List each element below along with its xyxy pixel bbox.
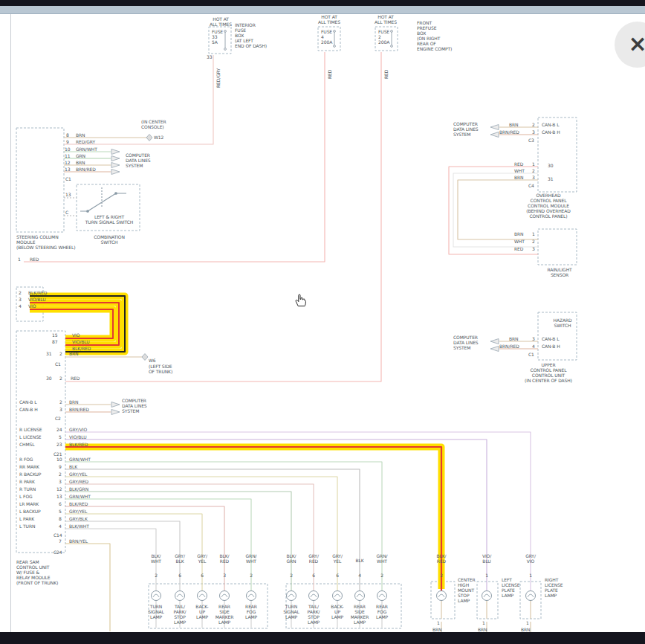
wire-label: VIO — [28, 303, 36, 309]
hot-at-all-times: HOT AT ALL TIMES — [371, 14, 401, 25]
lamp-label: CENTER HIGH MOUNT STOP LAMP — [458, 577, 476, 603]
pin: 12 — [56, 486, 62, 492]
wire-label: RED/GRY — [215, 68, 221, 88]
pin: 10 — [56, 457, 62, 462]
pin: 8 — [66, 132, 69, 138]
wire-label: VIO — [72, 332, 80, 338]
wire-label: BRN/RED — [76, 167, 96, 172]
sam-output: R BACKUP — [19, 471, 41, 477]
window-bottom-bar — [0, 632, 645, 644]
pin: 23 — [56, 442, 62, 447]
wire-label: WHT — [514, 168, 525, 173]
wire-label: BRN — [514, 231, 523, 236]
wire-label: WHT — [514, 239, 525, 244]
wire-label: GRY/BLK — [69, 516, 88, 521]
overhead-module-label: OVERHEAD CONTROL PANEL CONTROL MODULE (B… — [519, 193, 578, 219]
hot-at-all-times: HOT AT ALL TIMES — [206, 16, 236, 27]
wire-label: GRY/ VIO — [521, 553, 540, 564]
pin: 3 — [59, 407, 62, 412]
steering-column-module-label: STEERING COLUMN MODULE (BELOW STEERING W… — [16, 234, 76, 250]
pin: 2 — [372, 573, 392, 578]
hot-at-all-times: HOT AT ALL TIMES — [314, 14, 344, 25]
combination-switch-label: COMBINATION SWITCH — [91, 234, 128, 245]
wire-label: GRN/WHT — [76, 146, 97, 152]
sam-output: R PARK — [19, 479, 35, 484]
hazard-switch-label: HAZARD SWITCH — [550, 318, 575, 328]
pin: 10 — [65, 146, 70, 152]
wire-label: RED — [514, 246, 523, 251]
pin: 6 — [304, 573, 323, 578]
pin: 8 — [59, 516, 62, 521]
pin: 9 — [59, 464, 62, 469]
can-label: CAN-B L — [542, 336, 559, 341]
wire-label: BRN/RED — [499, 129, 519, 135]
wire-label: GRY/ RED — [304, 553, 323, 564]
pin: 13 — [65, 167, 70, 172]
can-label: CAN-B H — [542, 129, 560, 135]
connector: C4 — [528, 183, 534, 188]
wire-label: RED — [383, 70, 389, 79]
sam-output: L TURN — [19, 524, 35, 529]
sam-output: CHMSL — [19, 442, 35, 447]
pin: 9 — [66, 139, 69, 144]
pin: 2 — [532, 239, 535, 244]
wire-label: BLK/ WHT — [146, 553, 166, 564]
pin: 7 — [59, 538, 62, 544]
wire-label: BRN — [69, 399, 78, 405]
fuse-2-label: FUSE 2 200A — [378, 29, 389, 45]
wire-label: BLK — [69, 464, 77, 469]
pin: 1 — [18, 257, 21, 262]
sam-output: L LICENSE — [19, 434, 42, 439]
wire-label: GRY/ YEL — [192, 553, 212, 564]
front-prefuse-box-label: FRONT PREFUSE BOX (ON RIGHT REAR OF ENGI… — [417, 20, 452, 51]
pin: 4 — [59, 524, 62, 529]
pin: 12 — [65, 160, 70, 165]
lamp-label: REAR SIDE MARKER LAMP — [349, 604, 371, 625]
diagram-viewer-window: HOT AT ALL TIMESHOT AT ALL TIMESHOT AT A… — [0, 0, 645, 644]
lamp-label: REAR SIDE MARKER LAMP — [213, 604, 236, 625]
rain-light-sensor-label: RAIN/LIGHT SENSOR — [542, 267, 577, 277]
wire-label: GRN — [76, 153, 85, 158]
pin: 2 — [59, 351, 62, 356]
wire-label: VIO/BLU — [28, 297, 45, 302]
pin: 3 — [59, 479, 62, 484]
wire-label: BRN — [509, 336, 518, 341]
lamp-label: TAIL/ PARK/ STOP LAMP — [302, 604, 325, 625]
ground-location: (IN CENTER CONSOLE) — [141, 119, 166, 129]
wire-label: GRY/RED — [69, 479, 88, 484]
terminal: 87 — [52, 339, 57, 344]
wire-label: BRN — [76, 160, 85, 165]
wire-label: RED — [514, 161, 523, 167]
wire-label: BRN/RED — [69, 407, 89, 412]
can-label: CAN-B H — [542, 344, 560, 349]
lamp-label: BACK- UP LAMP — [191, 604, 213, 619]
wire-label: BLK/ RED — [215, 553, 234, 564]
computer-data-lines-label: COMPUTER DATA LINES SYSTEM — [453, 335, 479, 350]
interior-fuse-box-label: INTERIOR FUSE BOX (AT LEFT END OF DASH) — [235, 22, 267, 48]
wire-label: BRN/YEL — [69, 538, 88, 544]
pin: 1 — [532, 231, 535, 236]
pin: 2 — [59, 471, 62, 477]
computer-data-lines-label: COMPUTER DATA LINES SYSTEM — [126, 152, 151, 168]
pin: 1 — [526, 620, 529, 625]
turn-signal-switch-label: LEFT & RIGHT TURN SIGNAL SWITCH — [82, 214, 137, 225]
pin: 3 — [532, 246, 535, 251]
wire-label: BLK/RED — [69, 442, 88, 447]
terminal: 30 — [548, 163, 553, 168]
wire-label: BRN — [509, 122, 518, 127]
upper-control-panel-label: UPPER CONTROL PANEL CONTROL UNIT (IN CEN… — [519, 362, 578, 383]
sam-output: RR MARK — [19, 464, 39, 469]
wire-label: GRY/ BLK — [170, 553, 189, 564]
pin: 6 — [192, 573, 212, 578]
wire-label: GRN/ WHT — [242, 553, 261, 564]
window-top-bar — [0, 0, 645, 6]
terminal: 30 — [46, 376, 51, 381]
pin: 3 — [532, 336, 535, 341]
wire-label: GRN/WHT — [69, 457, 91, 462]
pin: 11 — [65, 153, 70, 158]
pin: 1 — [532, 161, 535, 167]
wire-label: GRN/WHT — [69, 494, 91, 499]
connector: C2 — [55, 416, 61, 421]
pin: 4 — [19, 303, 22, 309]
pin: 2 — [19, 290, 22, 295]
